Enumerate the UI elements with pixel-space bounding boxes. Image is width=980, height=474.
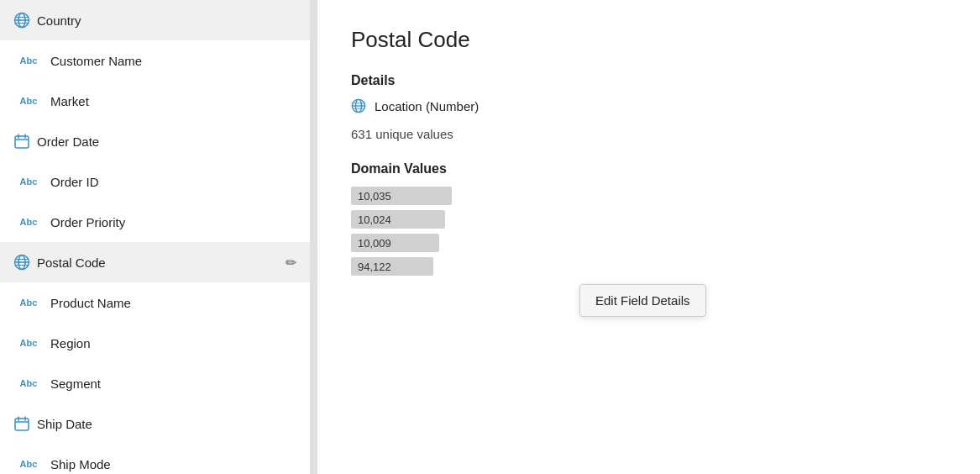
abc-badge: Abc — [13, 378, 44, 388]
abc-badge: Abc — [13, 55, 44, 66]
globe-icon-detail — [351, 98, 366, 113]
domain-bar-row: 10,024 — [351, 210, 946, 229]
sidebar-item-customer-name[interactable]: Abc Customer Name — [0, 40, 310, 81]
sidebar-item-order-date[interactable]: Order Date — [0, 121, 310, 161]
sidebar-item-label: Product Name — [50, 296, 296, 310]
sidebar-item-ship-date[interactable]: Ship Date — [0, 403, 310, 444]
abc-badge: Abc — [13, 338, 44, 348]
domain-bar: 10,035 — [351, 187, 452, 205]
main-panel: Postal Code Details Location (Number) 63… — [317, 0, 980, 474]
sidebar-item-product-name[interactable]: Abc Product Name — [0, 282, 310, 323]
abc-badge: Abc — [13, 176, 44, 187]
globe-icon — [13, 12, 30, 29]
sidebar-item-label: Customer Name — [50, 54, 296, 68]
sidebar-item-label: Ship Date — [37, 417, 296, 431]
calendar-icon — [13, 133, 30, 150]
domain-bar-value: 10,035 — [358, 190, 391, 203]
sidebar-item-ship-mode[interactable]: Abc Ship Mode — [0, 444, 310, 474]
sidebar-item-label: Country — [37, 13, 296, 28]
sidebar-item-country[interactable]: Country — [0, 0, 310, 40]
domain-values-section: Domain Values 10,035 10,024 10,009 94,12… — [351, 161, 946, 276]
domain-bar: 94,122 — [351, 257, 433, 276]
sidebar-item-order-id[interactable]: Abc Order ID — [0, 161, 310, 202]
page-title: Postal Code — [351, 27, 946, 53]
edit-pencil-icon[interactable]: ✏ — [286, 255, 296, 271]
sidebar-item-label: Market — [50, 94, 296, 108]
domain-bar-value: 10,024 — [358, 213, 391, 226]
domain-bar-row: 10,009 — [351, 234, 946, 252]
sidebar-item-market[interactable]: Abc Market — [0, 81, 310, 121]
sidebar-item-order-priority[interactable]: Abc Order Priority — [0, 202, 310, 242]
sidebar-item-region[interactable]: Abc Region — [0, 323, 310, 363]
domain-bar-value: 94,122 — [358, 261, 391, 273]
abc-badge: Abc — [13, 298, 44, 308]
sidebar-item-postal-code[interactable]: Postal Code ✏ — [0, 242, 310, 282]
domain-bar: 10,024 — [351, 210, 445, 229]
scrollbar-divider — [311, 0, 317, 474]
svg-rect-5 — [15, 136, 29, 148]
edit-field-tooltip-label: Edit Field Details — [595, 293, 690, 308]
domain-bar-value: 10,009 — [358, 237, 391, 250]
detail-type-text: Location (Number) — [375, 99, 479, 113]
abc-badge: Abc — [13, 96, 44, 106]
sidebar-item-label: Segment — [50, 377, 296, 391]
sidebar-item-label: Order ID — [50, 175, 296, 189]
sidebar-item-label: Order Date — [37, 134, 296, 149]
edit-field-tooltip[interactable]: Edit Field Details — [579, 284, 706, 317]
sidebar-item-label: Region — [50, 336, 296, 350]
sidebar-item-label: Postal Code — [37, 255, 286, 270]
details-section-label: Details — [351, 73, 946, 88]
domain-bar-row: 94,122 — [351, 257, 946, 276]
sidebar-item-label: Ship Mode — [50, 457, 296, 471]
globe-icon — [13, 254, 30, 271]
sidebar: Country Abc Customer Name Abc Market Ord… — [0, 0, 311, 474]
unique-values-text: 631 unique values — [351, 127, 946, 141]
detail-type-row: Location (Number) — [351, 98, 946, 113]
abc-badge: Abc — [13, 459, 44, 469]
abc-badge: Abc — [13, 217, 44, 227]
calendar-icon — [13, 415, 30, 432]
domain-bar: 10,009 — [351, 234, 439, 252]
sidebar-item-label: Order Priority — [50, 215, 296, 229]
svg-rect-14 — [15, 419, 29, 430]
domain-values-label: Domain Values — [351, 161, 946, 176]
sidebar-item-segment[interactable]: Abc Segment — [0, 363, 310, 403]
domain-bar-row: 10,035 — [351, 187, 946, 205]
